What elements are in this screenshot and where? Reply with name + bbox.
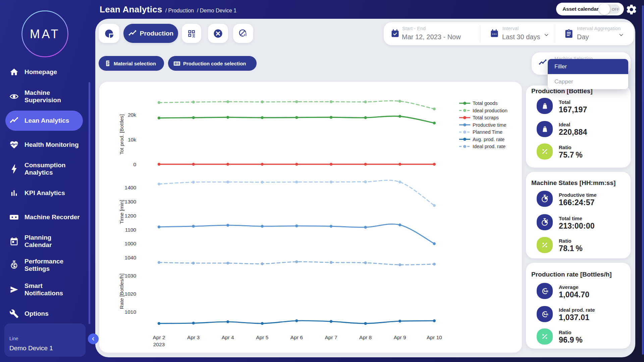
svg-text:1200: 1200	[125, 213, 137, 219]
svg-text:1300: 1300	[125, 199, 137, 204]
svg-text:1010: 1010	[125, 309, 137, 315]
svg-text:Planned Time: Planned Time	[473, 129, 502, 135]
svg-text:MAT: MAT	[30, 27, 60, 41]
svg-text:1030: 1030	[125, 273, 137, 279]
svg-text:Apr 7: Apr 7	[325, 335, 337, 340]
svg-text:2023: 2023	[153, 342, 165, 347]
svg-text:1100: 1100	[125, 227, 137, 233]
svg-text:Ideal prod. rate: Ideal prod. rate	[473, 144, 505, 149]
svg-text:Apr 5: Apr 5	[256, 335, 268, 340]
svg-text:Avg. prod. rate: Avg. prod. rate	[473, 137, 504, 142]
svg-text:Total scraps: Total scraps	[473, 115, 499, 120]
svg-text:Apr 9: Apr 9	[394, 335, 406, 340]
svg-text:10k: 10k	[128, 137, 136, 142]
svg-text:Apr 6: Apr 6	[290, 335, 303, 340]
svg-text:1000: 1000	[125, 241, 137, 246]
svg-text:0: 0	[133, 162, 136, 167]
svg-text:Tot prod. [Bottles]: Tot prod. [Bottles]	[119, 114, 124, 155]
svg-text:Apr 4: Apr 4	[222, 335, 234, 340]
svg-text:Apr 2: Apr 2	[153, 335, 165, 340]
svg-text:Apr 10: Apr 10	[427, 335, 442, 340]
svg-text:20k: 20k	[128, 112, 136, 118]
svg-text:Ideal production: Ideal production	[473, 108, 507, 113]
svg-text:1020: 1020	[125, 291, 137, 297]
svg-text:1400: 1400	[125, 185, 137, 190]
svg-text:Apr 3: Apr 3	[187, 335, 200, 340]
svg-text:Productive time: Productive time	[473, 122, 506, 128]
svg-text:Rate [Bottles/h]: Rate [Bottles/h]	[119, 274, 124, 309]
svg-text:1040: 1040	[125, 255, 137, 260]
svg-text:Apr 8: Apr 8	[359, 335, 372, 340]
svg-text:Total goods: Total goods	[473, 101, 498, 106]
svg-text:Time [min]: Time [min]	[119, 200, 124, 224]
